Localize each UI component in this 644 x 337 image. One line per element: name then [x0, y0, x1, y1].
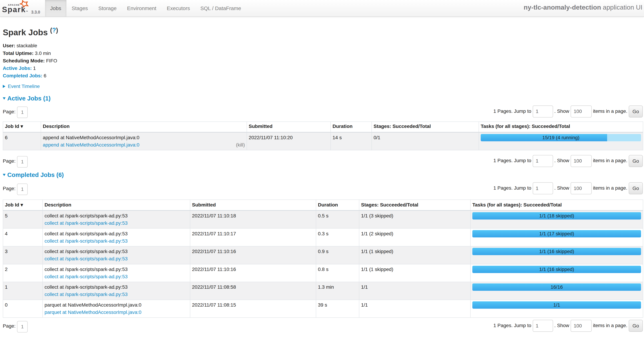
- svg-text:Spark: Spark: [2, 5, 26, 14]
- svg-text:TM: TM: [26, 10, 28, 12]
